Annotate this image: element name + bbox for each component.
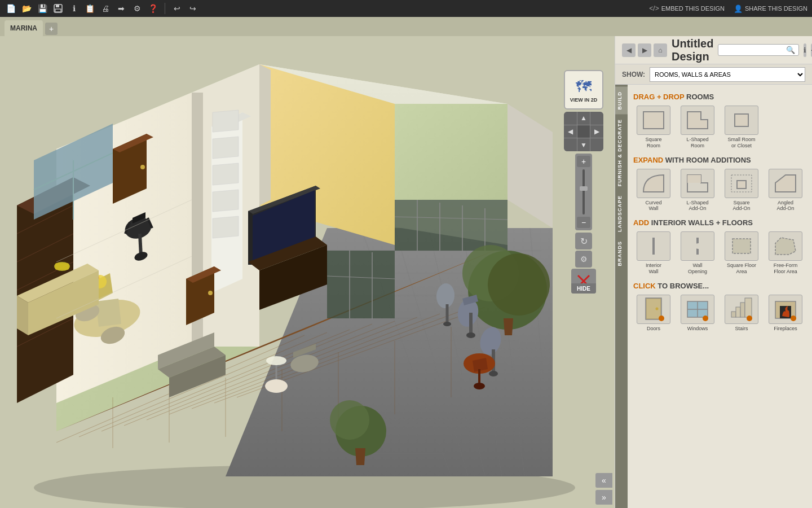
panel-title: Untitled Design (672, 37, 713, 63)
search-icon[interactable]: 🔍 (786, 46, 795, 54)
svg-rect-77 (213, 110, 239, 132)
info-icon[interactable]: ℹ (68, 2, 80, 15)
item-square-addon[interactable]: SquareAdd-On (721, 169, 762, 212)
compass-w[interactable]: ◀ (564, 125, 577, 138)
svg-point-101 (330, 400, 369, 440)
view-settings-button[interactable]: ⚙ (575, 251, 592, 268)
section-interior-normal: INTERIOR WALLS + FLOORS (651, 218, 753, 227)
tab-build[interactable]: BUILD (615, 87, 628, 115)
share-button[interactable]: 👤 SHARE THIS DESIGN (734, 5, 807, 13)
view-2d-button[interactable]: 🗺 VIEW IN 2D (564, 70, 603, 110)
svg-marker-45 (395, 104, 508, 200)
svg-point-162 (703, 316, 708, 321)
zoom-in-button[interactable]: + (577, 156, 590, 167)
item-windows[interactable]: Windows (677, 295, 718, 332)
print-icon[interactable]: 🖨 (99, 2, 112, 15)
item-square-floor[interactable]: Square FloorArea (721, 231, 762, 275)
compass-s[interactable]: ▼ (577, 138, 590, 151)
panel-body: BUILD FURNISH & DECORATE LANDSCAPE BRAND… (615, 85, 812, 508)
embed-code-icon: </> (649, 5, 659, 12)
svg-rect-148 (652, 238, 655, 255)
info-panel-button[interactable]: ℹ (804, 43, 806, 57)
compass-n[interactable]: ▲ (577, 112, 590, 125)
redo-icon[interactable]: ↪ (187, 2, 199, 15)
panel-collapse-up[interactable]: « (595, 473, 612, 488)
svg-rect-1 (56, 5, 59, 7)
svg-point-170 (791, 316, 796, 321)
design-canvas[interactable]: 🗺 VIEW IN 2D ▲ ◀ ▶ ▼ + − (0, 36, 615, 508)
section-browse-accent: CLICK (633, 282, 656, 290)
tabbar: MARINA + (0, 17, 812, 36)
home-button[interactable]: ⌂ (654, 43, 667, 57)
svg-marker-103 (355, 448, 365, 465)
tab-marina[interactable]: MARINA (5, 20, 43, 36)
item-angled-addon[interactable]: AngledAdd-On (765, 169, 806, 212)
item-l-room[interactable]: L-ShapedRoom (677, 106, 718, 149)
item-interior-wall[interactable]: InteriorWall (633, 231, 674, 275)
search-input[interactable] (722, 46, 784, 54)
zoom-out-button[interactable]: − (577, 217, 590, 228)
new-file-icon[interactable]: 📄 (5, 2, 17, 15)
tab-furnish[interactable]: FURNISH & DECORATE (615, 115, 628, 191)
svg-point-117 (474, 383, 485, 389)
svg-marker-54 (327, 251, 395, 318)
svg-rect-2 (55, 9, 61, 12)
embed-button[interactable]: </> EMBED THIS DESIGN (649, 5, 725, 12)
wall-opening-icon (681, 231, 714, 261)
section-browse-normal: TO BROWSE... (657, 282, 709, 290)
doors-label: Doors (647, 326, 660, 332)
svg-marker-99 (504, 318, 513, 335)
item-fireplaces[interactable]: Fireplaces (765, 295, 806, 332)
square-room-icon (637, 106, 670, 135)
item-freeform-floor[interactable]: Free-FormFloor Area (765, 231, 806, 275)
help-icon[interactable]: ❓ (147, 2, 159, 15)
item-stairs[interactable]: Stairs (721, 295, 762, 332)
square-floor-label: Square FloorArea (727, 262, 756, 275)
interior-walls-grid: InteriorWall WallOpening (633, 231, 806, 275)
svg-point-158 (659, 316, 664, 321)
item-curved-wall[interactable]: CurvedWall (633, 169, 674, 212)
compass-ne[interactable] (590, 112, 603, 125)
hide-button[interactable]: HIDE (571, 283, 596, 294)
zoom-thumb[interactable] (580, 186, 588, 191)
l-addon-label: L-ShapedAdd-On (686, 200, 708, 212)
tab-brands[interactable]: BRANDS (615, 237, 628, 271)
settings-icon[interactable]: ⚙ (131, 2, 143, 15)
expand-rooms-grid: CurvedWall L-ShapedAdd-On (633, 169, 806, 212)
panel-collapse-controls: « » (593, 471, 615, 508)
item-square-room[interactable]: SquareRoom (633, 106, 674, 149)
show-select[interactable]: ROOMS, WALLS & AREAS (650, 67, 805, 82)
compass-sw[interactable] (564, 138, 577, 151)
section-expand-title: EXPAND WITH ROOM ADDITIONS (633, 156, 806, 164)
search-box[interactable]: 🔍 (718, 44, 799, 56)
add-tab-button[interactable]: + (45, 23, 58, 35)
compass-e[interactable]: ▶ (590, 125, 603, 138)
item-doors[interactable]: Doors (633, 295, 674, 332)
svg-marker-24 (508, 104, 553, 228)
back-button[interactable]: ◀ (622, 43, 636, 57)
svg-rect-163 (731, 312, 736, 317)
undo-icon[interactable]: ↩ (171, 2, 183, 15)
panel-collapse-down[interactable]: » (595, 490, 612, 505)
tab-landscape[interactable]: LANDSCAPE (615, 191, 628, 237)
item-wall-opening[interactable]: WallOpening (677, 231, 718, 275)
section-drag-rooms-title: DRAG + DROP ROOMS (633, 93, 806, 101)
save-as-icon[interactable] (52, 2, 64, 15)
compass-se[interactable] (590, 138, 603, 151)
svg-rect-140 (643, 112, 664, 129)
forward-button[interactable]: ▶ (638, 43, 651, 57)
notes-icon[interactable]: 📋 (83, 2, 96, 15)
item-l-addon[interactable]: L-ShapedAdd-On (677, 169, 718, 212)
panel-content: DRAG + DROP ROOMS SquareRoom (628, 85, 812, 508)
export-icon[interactable]: ➡ (115, 2, 127, 15)
zoom-slider[interactable] (582, 169, 585, 214)
item-small-room[interactable]: Small Roomor Closet (721, 106, 762, 149)
rotate-button[interactable]: ↻ (575, 233, 592, 249)
svg-point-98 (488, 253, 550, 316)
save-icon[interactable]: 💾 (36, 2, 48, 15)
svg-marker-48 (395, 200, 508, 251)
open-icon[interactable]: 📂 (20, 2, 33, 15)
compass-nw[interactable] (564, 112, 577, 125)
svg-rect-146 (737, 181, 746, 189)
doors-icon (637, 295, 670, 324)
